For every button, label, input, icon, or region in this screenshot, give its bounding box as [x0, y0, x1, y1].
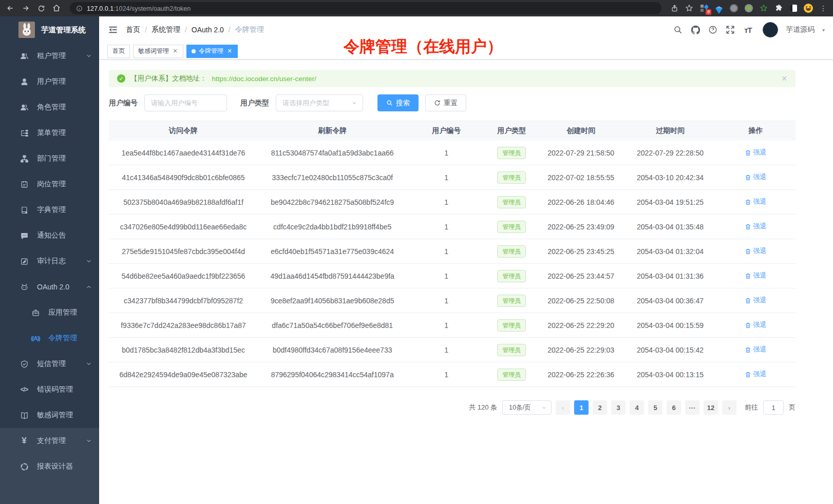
- sidebar-fold-icon[interactable]: [107, 24, 119, 35]
- jumper-label: 前往: [745, 403, 758, 412]
- sidebar-item-15[interactable]: ¥支付管理: [0, 428, 99, 454]
- alert-text: 【用户体系】文档地址：: [130, 74, 207, 83]
- briefcase-icon: [31, 308, 40, 317]
- user-id-cell: 1: [407, 346, 486, 354]
- alert-doc-link[interactable]: https://doc.iocoder.cn/user-center/: [212, 75, 316, 83]
- user-type-tag: 管理员: [497, 319, 526, 332]
- page-size-select[interactable]: 10条/页: [502, 400, 552, 415]
- gem-icon[interactable]: [714, 4, 724, 13]
- search-form: 用户编号 用户类型 请选择用户类型 搜索 重置: [109, 94, 796, 111]
- tab-close-icon[interactable]: ✕: [226, 48, 233, 54]
- sidebar-item-3[interactable]: 菜单管理: [0, 120, 99, 146]
- app-logo-row[interactable]: 芋道管理系统: [0, 16, 99, 43]
- sidebar-item-9[interactable]: OAuth 2.0: [0, 274, 99, 300]
- page-button-···[interactable]: ···: [685, 400, 699, 415]
- page-button-2[interactable]: 2: [593, 400, 607, 415]
- green-star-extension-icon[interactable]: [759, 4, 768, 13]
- force-logout-button[interactable]: 强退: [745, 172, 766, 182]
- sidebar-item-5[interactable]: 岗位管理: [0, 171, 99, 197]
- force-logout-button[interactable]: 强退: [745, 345, 766, 354]
- sidebar-item-2[interactable]: 角色管理: [0, 94, 99, 120]
- sidebar-item-6[interactable]: 字典管理: [0, 197, 99, 223]
- username[interactable]: 芋道源码: [786, 25, 815, 34]
- browser-home-icon[interactable]: [51, 3, 62, 13]
- reset-button[interactable]: 重置: [425, 94, 466, 111]
- expire-time-cell: 2054-03-04 00:36:47: [624, 297, 716, 305]
- extension-grid-icon[interactable]: 9: [699, 4, 709, 13]
- browser-back-icon[interactable]: [5, 3, 15, 13]
- user-type-tag: 管理员: [497, 196, 526, 208]
- force-logout-button[interactable]: 强退: [745, 148, 766, 157]
- page-button-12[interactable]: 12: [704, 400, 718, 415]
- force-logout-button[interactable]: 强退: [745, 370, 766, 379]
- search-button[interactable]: 搜索: [377, 94, 419, 111]
- robot-icon: [20, 282, 29, 292]
- page-button-5[interactable]: 5: [648, 400, 662, 415]
- sidebar-item-4[interactable]: 部门管理: [0, 146, 99, 171]
- page-button-3[interactable]: 3: [611, 400, 626, 415]
- page-button-4[interactable]: 4: [630, 400, 644, 415]
- user-id-input[interactable]: [144, 94, 227, 111]
- site-info-icon[interactable]: [76, 5, 83, 12]
- sidebar-item-0[interactable]: 租户管理: [0, 43, 99, 69]
- user-avatar[interactable]: [763, 22, 778, 37]
- github-icon[interactable]: [691, 25, 701, 35]
- font-size-icon[interactable]: тT: [743, 25, 753, 35]
- alert-close-icon[interactable]: ✕: [781, 74, 787, 83]
- browser-menu-icon[interactable]: ⋮: [819, 4, 828, 13]
- extensions-puzzle-icon[interactable]: [774, 4, 783, 13]
- sidebar-item-7[interactable]: 通知公告: [0, 223, 99, 248]
- page-jumper-input[interactable]: [763, 400, 784, 415]
- sidebar-item-11[interactable]: ((A))令牌管理: [0, 325, 99, 351]
- sidebar-item-8[interactable]: 审计日志: [0, 248, 99, 274]
- sidebar-item-10[interactable]: 应用管理: [0, 300, 99, 325]
- search-icon[interactable]: [673, 25, 683, 35]
- next-page-button[interactable]: ›: [722, 400, 736, 415]
- share-icon[interactable]: [670, 4, 679, 13]
- column-header: 过期时间: [624, 126, 716, 135]
- user-type-cell: 管理员: [486, 270, 537, 282]
- breadcrumb-home[interactable]: 首页: [126, 25, 140, 34]
- tab-0[interactable]: 首页: [107, 45, 130, 58]
- sidebar-item-1[interactable]: 用户管理: [0, 69, 99, 94]
- tab-1[interactable]: 敏感词管理✕: [133, 45, 183, 58]
- force-logout-button[interactable]: 强退: [745, 222, 766, 231]
- browser-reload-icon[interactable]: [36, 3, 46, 13]
- tab-capture-icon[interactable]: [789, 4, 798, 13]
- force-logout-button[interactable]: 强退: [745, 271, 766, 280]
- sidebar-item-16[interactable]: 报表设计器: [0, 454, 99, 479]
- breadcrumb-system[interactable]: 系统管理: [152, 25, 180, 34]
- force-logout-label: 强退: [753, 246, 766, 256]
- fullscreen-icon[interactable]: [726, 25, 735, 35]
- force-logout-button[interactable]: 强退: [745, 320, 766, 329]
- page-button-1[interactable]: 1: [574, 400, 589, 415]
- force-logout-button[interactable]: 强退: [745, 197, 766, 206]
- bookmark-star-icon[interactable]: [685, 4, 694, 13]
- operation-cell: 强退: [716, 197, 796, 207]
- tab-2[interactable]: 令牌管理✕: [186, 45, 238, 58]
- prev-page-button[interactable]: ‹: [556, 400, 570, 415]
- user-type-select[interactable]: 请选择用户类型: [276, 94, 363, 111]
- help-icon[interactable]: [708, 25, 718, 35]
- jumper-suffix: 页: [789, 403, 796, 412]
- app-title: 芋道管理系统: [41, 25, 86, 35]
- address-bar[interactable]: 127.0.0.1:1024/system/oauth2/token: [70, 2, 661, 14]
- chevron-down-icon[interactable]: ▾: [822, 27, 825, 33]
- sidebar-item-label: 岗位管理: [37, 180, 92, 189]
- tab-close-icon[interactable]: ✕: [172, 48, 178, 54]
- profile-avatar-icon[interactable]: [804, 4, 813, 13]
- user-type-tag: 管理员: [497, 295, 526, 307]
- sidebar-item-13[interactable]: </>错误码管理: [0, 377, 99, 402]
- page-button-6[interactable]: 6: [667, 400, 681, 415]
- gray-circle-extension-icon[interactable]: [729, 4, 739, 13]
- green-circle-extension-icon[interactable]: [744, 4, 753, 13]
- force-logout-button[interactable]: 强退: [745, 296, 766, 305]
- sidebar-item-14[interactable]: 敏感词管理: [0, 402, 99, 428]
- breadcrumb-oauth[interactable]: OAuth 2.0: [192, 26, 224, 34]
- user-type-tag: 管理员: [497, 369, 526, 381]
- force-logout-button[interactable]: 强退: [745, 246, 766, 256]
- sidebar-item-12[interactable]: 短信管理: [0, 351, 99, 377]
- browser-forward-icon[interactable]: [21, 3, 31, 13]
- refresh-token-cell: 333ecfc71e02480cb11055c875c3ca0f: [258, 173, 407, 182]
- app-logo: [18, 22, 35, 38]
